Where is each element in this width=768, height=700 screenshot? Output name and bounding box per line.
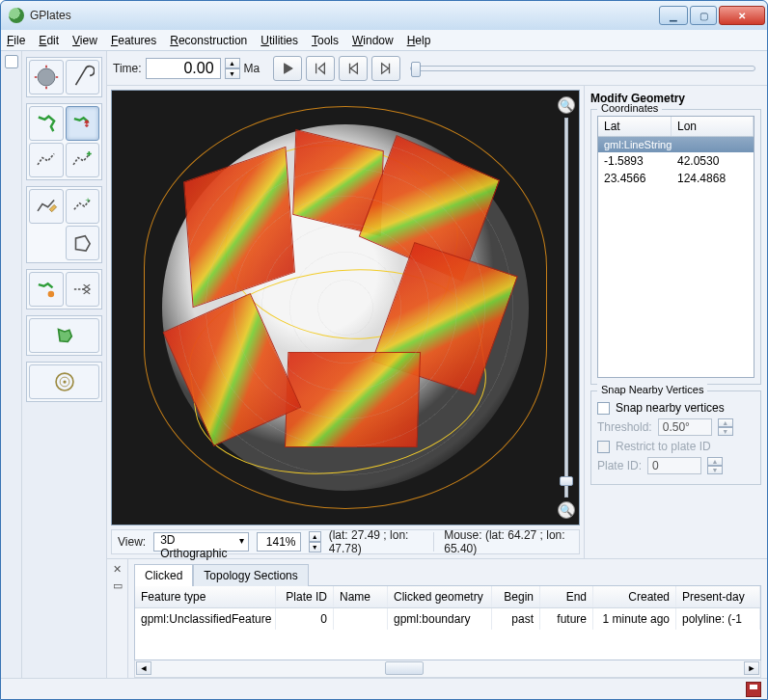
tool-digitise-polyline[interactable] bbox=[29, 143, 64, 177]
dock-panel-button[interactable]: ▭ bbox=[113, 579, 123, 592]
tool-digitise-polygon[interactable] bbox=[66, 226, 100, 260]
menu-view[interactable]: View bbox=[72, 34, 97, 47]
feature-table[interactable]: Feature type Plate ID Name Clicked geome… bbox=[134, 585, 761, 660]
restrict-label: Restrict to plate ID bbox=[616, 440, 711, 453]
globe-canvas[interactable]: 🔍 🔍 bbox=[111, 90, 580, 525]
app-icon bbox=[9, 8, 24, 23]
threshold-spinner[interactable]: ▲▼ bbox=[718, 418, 733, 436]
feature-row[interactable]: gpml:UnclassifiedFeature 0 gpml:boundary… bbox=[135, 608, 760, 630]
menu-tools[interactable]: Tools bbox=[312, 34, 339, 47]
scroll-thumb[interactable] bbox=[385, 661, 424, 675]
coordinates-table[interactable]: Lat Lon gml:LineString -1.589342.0530 23… bbox=[597, 116, 754, 378]
geometry-type: gml:LineString bbox=[598, 137, 754, 152]
plateid-label: Plate ID: bbox=[597, 459, 642, 472]
col-lon[interactable]: Lon bbox=[672, 117, 754, 136]
zoom-in-button[interactable]: 🔍 bbox=[558, 96, 575, 114]
plateid-input[interactable] bbox=[647, 457, 701, 474]
svg-point-0 bbox=[38, 68, 55, 86]
time-controls: Time: ▲▼ Ma bbox=[107, 51, 767, 86]
snap-legend: Snap Nearby Vertices bbox=[597, 384, 707, 395]
col-begin[interactable]: Begin bbox=[492, 586, 540, 607]
menu-help[interactable]: Help bbox=[407, 34, 431, 47]
minimize-button[interactable] bbox=[659, 6, 688, 25]
zoom-slider[interactable] bbox=[564, 118, 568, 498]
menu-utilities[interactable]: Utilities bbox=[261, 34, 298, 47]
tab-topology-sections[interactable]: Topology Sections bbox=[193, 564, 308, 586]
zoom-input[interactable] bbox=[257, 532, 301, 552]
time-label: Time: bbox=[113, 62, 142, 75]
threshold-label: Threshold: bbox=[597, 420, 652, 434]
maximize-button[interactable] bbox=[690, 6, 717, 25]
projection-combo[interactable]: 3D Orthographic bbox=[153, 532, 248, 552]
time-slider[interactable] bbox=[410, 66, 755, 71]
tool-split-feature[interactable] bbox=[66, 272, 100, 307]
modify-geometry-panel: Modify Geometry Coordinates Lat Lon gml:… bbox=[584, 86, 767, 558]
coord-row[interactable]: -1.589342.0530 bbox=[598, 152, 754, 170]
col-plate-id[interactable]: Plate ID bbox=[276, 586, 334, 607]
tool-modify-reconstruction-pole[interactable] bbox=[29, 272, 64, 307]
step-forward-button[interactable] bbox=[371, 56, 400, 81]
tool-move-vertex[interactable] bbox=[66, 106, 100, 141]
view-label: View: bbox=[118, 535, 146, 549]
rail-button[interactable] bbox=[5, 55, 18, 68]
plateid-spinner[interactable]: ▲▼ bbox=[707, 457, 723, 474]
tab-clicked[interactable]: Clicked bbox=[134, 564, 193, 586]
close-button[interactable] bbox=[719, 6, 765, 25]
titlebar[interactable]: GPlates bbox=[1, 1, 767, 30]
save-icon[interactable] bbox=[746, 682, 761, 697]
coordinates-group: Coordinates Lat Lon gml:LineString -1.58… bbox=[590, 109, 761, 385]
time-unit: Ma bbox=[244, 62, 261, 75]
col-clicked-geometry[interactable]: Clicked geometry bbox=[388, 586, 492, 607]
col-created[interactable]: Created bbox=[593, 586, 676, 607]
menu-window[interactable]: Window bbox=[352, 34, 394, 47]
zoom-out-button[interactable]: 🔍 bbox=[558, 501, 575, 519]
tool-drag-globe[interactable] bbox=[29, 60, 64, 94]
step-back-button[interactable] bbox=[339, 56, 368, 81]
toolbox: + bbox=[22, 51, 107, 678]
tool-build-topology[interactable] bbox=[29, 318, 99, 353]
tool-insert-vertex[interactable]: + bbox=[66, 189, 100, 224]
menu-reconstruction[interactable]: Reconstruction bbox=[170, 34, 247, 47]
col-feature-type[interactable]: Feature type bbox=[135, 586, 276, 607]
col-present-day[interactable]: Present-day bbox=[676, 586, 760, 607]
svg-point-2 bbox=[47, 291, 54, 298]
scroll-left[interactable]: ◄ bbox=[136, 661, 151, 675]
slider-thumb[interactable] bbox=[411, 62, 421, 77]
menu-features[interactable]: Features bbox=[111, 34, 156, 47]
zoom-thumb[interactable] bbox=[560, 476, 573, 486]
play-button[interactable] bbox=[273, 56, 302, 81]
cursor-coords: (lat: 27.49 ; lon: 47.78) bbox=[329, 528, 425, 555]
globe[interactable] bbox=[162, 124, 529, 491]
threshold-input[interactable] bbox=[658, 418, 712, 436]
snap-checkbox[interactable] bbox=[597, 402, 610, 415]
app-window: GPlates File Edit View Features Reconstr… bbox=[0, 0, 768, 700]
snap-group: Snap Nearby Vertices Snap nearby vertice… bbox=[590, 390, 761, 485]
snap-label: Snap nearby vertices bbox=[616, 401, 725, 415]
svg-text:+: + bbox=[86, 195, 92, 205]
menu-edit[interactable]: Edit bbox=[39, 34, 59, 47]
reset-button[interactable] bbox=[306, 56, 335, 81]
col-end[interactable]: End bbox=[540, 586, 593, 607]
restrict-checkbox[interactable] bbox=[597, 441, 610, 453]
menu-file[interactable]: File bbox=[7, 34, 25, 47]
tool-select-feature[interactable] bbox=[29, 106, 64, 141]
tool-measure[interactable] bbox=[66, 60, 100, 94]
tool-add-vertex[interactable] bbox=[66, 143, 100, 177]
window-title: GPlates bbox=[30, 9, 659, 22]
feature-panel: ✕ ▭ Clicked Topology Sections Feature ty… bbox=[107, 558, 767, 678]
tool-edit-geometry[interactable] bbox=[29, 189, 64, 224]
coord-row[interactable]: 23.4566124.4868 bbox=[598, 170, 754, 187]
time-spinner[interactable]: ▲▼ bbox=[225, 58, 240, 79]
left-mini-rail bbox=[1, 51, 22, 678]
scroll-right[interactable]: ► bbox=[744, 661, 759, 675]
col-lat[interactable]: Lat bbox=[598, 117, 672, 136]
time-input[interactable] bbox=[146, 58, 221, 79]
coords-legend: Coordinates bbox=[597, 102, 662, 114]
menubar: File Edit View Features Reconstruction U… bbox=[1, 30, 767, 51]
zoom-spinner[interactable]: ▲▼ bbox=[309, 531, 321, 552]
close-panel-button[interactable]: ✕ bbox=[113, 563, 122, 576]
statusbar bbox=[1, 678, 767, 699]
tool-render-settings[interactable] bbox=[29, 364, 99, 399]
feature-scrollbar[interactable]: ◄ ► bbox=[134, 660, 761, 678]
col-name[interactable]: Name bbox=[334, 586, 388, 607]
